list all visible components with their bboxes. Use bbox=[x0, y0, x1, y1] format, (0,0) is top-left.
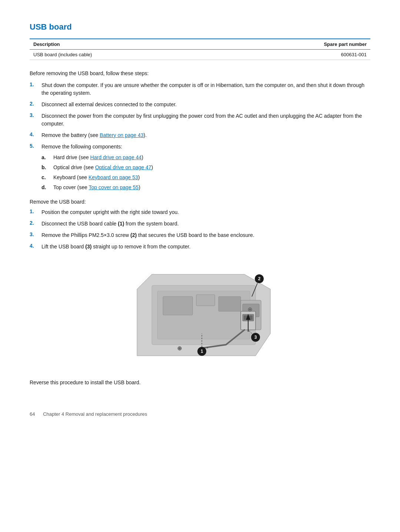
step-5-text: Remove the following components: bbox=[41, 144, 122, 150]
svg-rect-5 bbox=[219, 297, 241, 311]
step-num-2: 2. bbox=[30, 101, 41, 107]
footer-chapter: Chapter 4 Removal and replacement proced… bbox=[43, 411, 147, 417]
footer: 64 Chapter 4 Removal and replacement pro… bbox=[30, 408, 370, 417]
sub-step-a: a. Hard drive (see Hard drive on page 44… bbox=[41, 154, 370, 161]
remove-label: Remove the USB board: bbox=[30, 199, 370, 205]
step-content-3: Disconnect the power from the computer b… bbox=[41, 112, 370, 128]
step-num-4: 4. bbox=[30, 131, 41, 137]
intro-text: Before removing the USB board, follow th… bbox=[30, 70, 370, 76]
keyboard-link[interactable]: Keyboard on page 53 bbox=[89, 174, 138, 180]
svg-text:3: 3 bbox=[254, 335, 257, 340]
svg-point-11 bbox=[207, 347, 208, 348]
step-content-2: Disconnect all external devices connecte… bbox=[41, 101, 370, 108]
table-row: USB board (includes cable) 600631-001 bbox=[30, 50, 370, 60]
removal-num-4: 4. bbox=[30, 243, 41, 249]
removal-steps-list: 1. Position the computer upright with th… bbox=[30, 208, 370, 251]
sub-content-b: Optical drive (see Optical drive on page… bbox=[53, 164, 370, 171]
removal-num-3: 3. bbox=[30, 231, 41, 237]
sub-letter-d: d. bbox=[41, 184, 53, 191]
table-cell-description: USB board (includes cable) bbox=[30, 50, 223, 60]
bold-3: (3) bbox=[85, 244, 91, 250]
sub-letter-b: b. bbox=[41, 164, 53, 171]
removal-content-2: Disconnect the USB board cable (1) from … bbox=[41, 220, 370, 228]
removal-step-1: 1. Position the computer upright with th… bbox=[30, 208, 370, 216]
parts-table: Description Spare part number USB board … bbox=[30, 39, 370, 60]
sub-letter-c: c. bbox=[41, 174, 53, 181]
bold-2: (2) bbox=[130, 232, 137, 238]
sub-step-b: b. Optical drive (see Optical drive on p… bbox=[41, 164, 370, 171]
prereq-steps-list: 1. Shut down the computer. If you are un… bbox=[30, 81, 370, 194]
removal-content-1: Position the computer upright with the r… bbox=[41, 208, 370, 216]
removal-step-3: 3. Remove the Phillips PM2.5×3.0 screw (… bbox=[30, 231, 370, 239]
sub-content-d: Top cover (see Top cover on page 55) bbox=[53, 184, 370, 191]
svg-rect-4 bbox=[196, 295, 215, 306]
removal-content-3: Remove the Phillips PM2.5×3.0 screw (2) … bbox=[41, 231, 370, 239]
step-content-5: Remove the following components: a. Hard… bbox=[41, 143, 370, 194]
sub-content-c: Keyboard (see Keyboard on page 53) bbox=[53, 174, 370, 181]
page-title: USB board bbox=[30, 22, 370, 32]
hard-drive-link[interactable]: Hard drive on page 44 bbox=[90, 154, 142, 160]
svg-rect-3 bbox=[163, 297, 193, 315]
footer-page: 64 bbox=[30, 411, 35, 417]
prereq-step-4: 4. Remove the battery (see Battery on pa… bbox=[30, 131, 370, 139]
table-header-part-number: Spare part number bbox=[223, 39, 370, 50]
usb-board-diagram: 1 2 3 bbox=[115, 260, 285, 371]
step-num-3: 3. bbox=[30, 112, 41, 118]
table-cell-part-number: 600631-001 bbox=[223, 50, 370, 60]
top-cover-link[interactable]: Top cover on page 55 bbox=[89, 184, 139, 190]
prereq-step-3: 3. Disconnect the power from the compute… bbox=[30, 112, 370, 128]
removal-step-4: 4. Lift the USB board (3) straight up to… bbox=[30, 243, 370, 251]
sub-steps-list: a. Hard drive (see Hard drive on page 44… bbox=[41, 154, 370, 191]
removal-num-2: 2. bbox=[30, 220, 41, 226]
sub-step-c: c. Keyboard (see Keyboard on page 53) bbox=[41, 174, 370, 181]
table-header-description: Description bbox=[30, 39, 223, 50]
svg-text:1: 1 bbox=[201, 349, 203, 354]
prereq-step-5: 5. Remove the following components: a. H… bbox=[30, 143, 370, 194]
step-num-1: 1. bbox=[30, 81, 41, 87]
prereq-step-1: 1. Shut down the computer. If you are un… bbox=[30, 81, 370, 97]
removal-content-4: Lift the USB board (3) straight up to re… bbox=[41, 243, 370, 251]
step-content-1: Shut down the computer. If you are unsur… bbox=[41, 81, 370, 97]
step-content-4: Remove the battery (see Battery on page … bbox=[41, 131, 370, 139]
sub-content-a: Hard drive (see Hard drive on page 44) bbox=[53, 154, 370, 161]
step-num-5: 5. bbox=[30, 143, 41, 149]
removal-num-1: 1. bbox=[30, 208, 41, 214]
svg-text:2: 2 bbox=[258, 276, 261, 281]
diagram-container: 1 2 3 bbox=[30, 260, 370, 371]
sub-letter-a: a. bbox=[41, 154, 53, 161]
bold-1: (1) bbox=[118, 221, 124, 227]
removal-step-2: 2. Disconnect the USB board cable (1) fr… bbox=[30, 220, 370, 228]
optical-drive-link[interactable]: Optical drive on page 47 bbox=[95, 164, 151, 170]
reverse-text: Reverse this procedure to install the US… bbox=[30, 379, 370, 385]
prereq-step-2: 2. Disconnect all external devices conne… bbox=[30, 101, 370, 108]
battery-link[interactable]: Battery on page 43 bbox=[100, 132, 143, 138]
sub-step-d: d. Top cover (see Top cover on page 55) bbox=[41, 184, 370, 191]
